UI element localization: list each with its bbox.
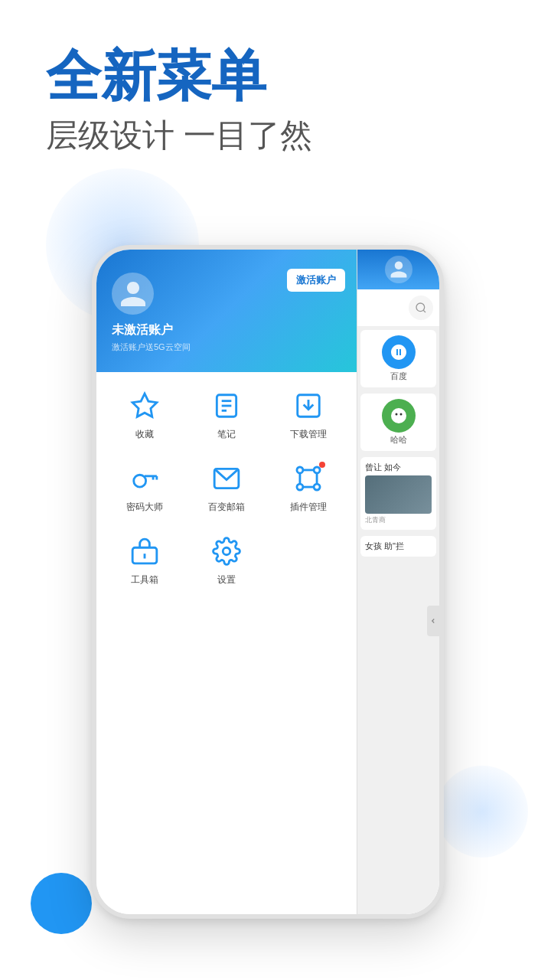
activate-button[interactable]: 激活账户 (287, 269, 345, 292)
headline-main: 全新菜单 (46, 46, 312, 106)
tab-haha-label: 哈哈 (390, 434, 407, 446)
browser-panel: 百度 哈哈 (357, 250, 439, 914)
note-icon (208, 387, 245, 424)
menu-label-favorites: 收藏 (135, 428, 154, 441)
svg-point-12 (297, 467, 303, 473)
tab-baidu[interactable]: 百度 (360, 330, 436, 387)
news-title-1: 曾让 如今 (365, 462, 432, 472)
svg-point-14 (297, 484, 303, 490)
news-image-1 (365, 475, 432, 514)
menu-label-settings: 设置 (217, 573, 236, 586)
news-title-2: 女孩 助"拦 (365, 541, 432, 551)
menu-item-empty (278, 533, 339, 586)
news-item-1[interactable]: 曾让 如今 北青商 (360, 457, 436, 530)
phone-screen: 激活账户 未激活账户 激活账户送5G云空间 收藏 (96, 250, 439, 914)
svg-point-25 (391, 408, 406, 423)
browser-search-bar[interactable] (357, 289, 439, 327)
news-item-2[interactable]: 女孩 助"拦 (360, 536, 436, 556)
menu-row-3: 工具箱 设置 (104, 533, 349, 586)
key-icon (126, 460, 163, 497)
tab-haha[interactable]: 哈哈 (360, 394, 436, 451)
svg-point-22 (223, 547, 230, 555)
star-icon (126, 387, 163, 424)
menu-label-toolbox: 工具箱 (131, 573, 158, 586)
svg-point-23 (416, 303, 425, 312)
download-icon (290, 387, 327, 424)
phone-body: 激活账户 未激活账户 激活账户送5G云空间 收藏 (92, 245, 444, 919)
svg-marker-0 (132, 394, 157, 416)
menu-row-1: 收藏 笔记 下载管理 (104, 387, 349, 441)
menu-item-notes[interactable]: 笔记 (196, 387, 257, 441)
menu-item-password[interactable]: 密码大师 (114, 460, 175, 514)
browser-avatar (385, 256, 412, 283)
svg-point-26 (395, 413, 397, 416)
menu-item-download[interactable]: 下载管理 (278, 387, 339, 441)
menu-grid: 收藏 笔记 下载管理 (96, 372, 357, 914)
avatar (112, 273, 154, 315)
search-icon (409, 296, 433, 320)
bg-decoration-bottom-right (436, 766, 528, 858)
tab-baidu-label: 百度 (390, 371, 407, 382)
browser-header (357, 250, 439, 289)
news-source-1: 北青商 (365, 515, 432, 525)
menu-label-download: 下载管理 (290, 428, 327, 441)
menu-item-favorites[interactable]: 收藏 (114, 387, 175, 441)
menu-label-password: 密码大师 (126, 501, 163, 514)
menu-label-notes: 笔记 (217, 428, 236, 441)
menu-row-2: 密码大师 百变邮箱 (104, 460, 349, 514)
profile-header: 激活账户 未激活账户 激活账户送5G云空间 (96, 250, 357, 372)
svg-point-27 (399, 413, 402, 416)
profile-name: 未激活账户 (112, 322, 341, 338)
menu-item-plugins[interactable]: 插件管理 (278, 460, 339, 514)
haha-icon (382, 399, 416, 433)
bg-decoration-bottom-left (31, 873, 92, 934)
phone-mockup: 激活账户 未激活账户 激活账户送5G云空间 收藏 (92, 245, 444, 919)
menu-item-email[interactable]: 百变邮箱 (196, 460, 257, 514)
plugins-icon (290, 460, 327, 497)
mail-icon (208, 460, 245, 497)
headline-area: 全新菜单 层级设计 一目了然 (46, 46, 312, 157)
svg-line-24 (423, 310, 425, 312)
chevron-collapse[interactable] (427, 606, 439, 636)
menu-label-email: 百变邮箱 (208, 501, 245, 514)
toolbox-icon (126, 533, 163, 570)
badge-dot (319, 462, 325, 468)
profile-desc: 激活账户送5G云空间 (112, 341, 341, 353)
browser-tabs: 百度 哈哈 (357, 327, 439, 914)
svg-point-13 (314, 467, 320, 473)
svg-point-15 (314, 484, 320, 490)
svg-point-7 (134, 475, 146, 487)
baidu-icon (382, 335, 416, 369)
menu-item-settings[interactable]: 设置 (196, 533, 257, 586)
headline-sub: 层级设计 一目了然 (46, 114, 312, 157)
menu-label-plugins: 插件管理 (290, 501, 327, 514)
menu-item-toolbox[interactable]: 工具箱 (114, 533, 175, 586)
menu-panel: 激活账户 未激活账户 激活账户送5G云空间 收藏 (96, 250, 357, 914)
gear-icon (208, 533, 245, 570)
